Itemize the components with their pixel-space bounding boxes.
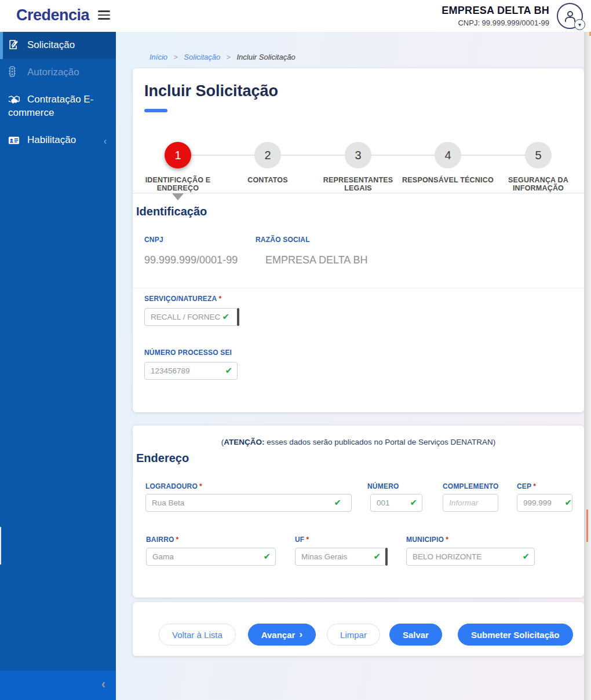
bairro-label: BAIRRO* — [146, 536, 178, 544]
avancar-button[interactable]: Avançar › — [248, 624, 316, 646]
limpar-button[interactable]: Limpar — [327, 624, 380, 646]
salvar-button[interactable]: Salvar — [389, 624, 442, 646]
processo-sei-field: ✔ — [144, 362, 238, 380]
select-scrollbar[interactable] — [237, 308, 239, 326]
razao-social-field: RAZÃO SOCIAL EMPRESA DELTA BH — [256, 236, 367, 266]
uf-select: ✔ — [295, 548, 386, 566]
step-2-label: CONTATOS — [221, 176, 314, 184]
required-asterisk: * — [199, 482, 202, 490]
sidebar-nav: Solicitação Autorização Contratação E-co… — [0, 32, 116, 670]
page-title: Incluir Solicitação — [144, 82, 278, 100]
uf-input[interactable] — [295, 548, 386, 566]
required-asterisk: * — [218, 295, 221, 303]
breadcrumb-separator: > — [227, 53, 231, 61]
chevron-right-icon: › — [299, 629, 302, 640]
sidebar-item-habilitacao[interactable]: Habilitação ‹ — [0, 127, 116, 154]
razao-social-label: RAZÃO SOCIAL — [256, 236, 367, 244]
voltar-lista-button[interactable]: Voltar à Lista — [159, 624, 236, 646]
sidebar-scrollbar-thumb[interactable] — [0, 527, 1, 565]
cep-label: CEP* — [517, 482, 536, 490]
request-pen-icon — [8, 39, 21, 50]
active-step-arrow — [172, 193, 184, 200]
address-heading: Endereço — [136, 452, 189, 465]
request-form-card: Incluir Solicitação 1 2 3 4 5 IDENTIFICA… — [133, 68, 584, 412]
page-scrollbar-track[interactable] — [584, 32, 591, 700]
hamburger-menu-icon[interactable] — [98, 10, 110, 20]
complemento-input[interactable] — [443, 494, 498, 512]
user-menu[interactable]: ▾ — [557, 3, 583, 29]
submeter-solicitacao-button[interactable]: Submeter Solicitação — [458, 624, 573, 646]
uf-label: UF* — [295, 536, 309, 544]
breadcrumb-current: Incluir Solicitação — [236, 53, 295, 61]
address-card: (ATENÇÃO: esses dados serão publicados n… — [133, 426, 584, 598]
servico-natureza-input[interactable] — [144, 308, 238, 326]
breadcrumb-separator: > — [174, 53, 178, 61]
cep-field: ✔ — [517, 494, 572, 512]
section-divider — [133, 288, 584, 288]
attention-bold: ATENÇÃO: — [224, 438, 264, 446]
chevron-left-icon[interactable]: ‹ — [104, 135, 107, 148]
scrollbar-orange-thumb[interactable] — [586, 510, 588, 542]
sidebar-item-label: Habilitação — [27, 134, 76, 145]
step-4-circle[interactable]: 4 — [435, 142, 461, 168]
breadcrumb-inicio[interactable]: Início — [149, 53, 167, 61]
select-scrollbar[interactable] — [385, 548, 388, 566]
complemento-label: COMPLEMENTO — [443, 482, 499, 490]
cep-input[interactable] — [517, 494, 572, 512]
required-asterisk: * — [306, 536, 309, 544]
company-info: EMPRESA DELTA BH CNPJ: 99.999.999/0001-9… — [442, 5, 549, 27]
sidebar-item-solicitacao[interactable]: Solicitação — [0, 32, 116, 59]
bairro-field: ✔ — [146, 548, 276, 566]
numero-input[interactable] — [370, 494, 422, 512]
bairro-input[interactable] — [146, 548, 276, 566]
company-name: EMPRESA DELTA BH — [442, 5, 549, 17]
collapse-chevron-icon[interactable]: ‹ — [101, 677, 105, 692]
complemento-field — [443, 494, 498, 512]
step-1-label: IDENTIFICAÇÃO E ENDEREÇO — [132, 176, 224, 193]
app-root: Credencia EMPRESA DELTA BH CNPJ: 99.999.… — [0, 0, 591, 700]
breadcrumb-solicitacao[interactable]: Solicitação — [184, 53, 220, 61]
razao-social-value: EMPRESA DELTA BH — [256, 254, 367, 266]
servico-natureza-label: SERVIÇO/NATUREZA* — [144, 295, 221, 303]
caret-down-icon[interactable]: ▾ — [574, 19, 585, 30]
municipio-label: MUNICIPIO* — [406, 536, 448, 544]
step-1-circle[interactable]: 1 — [165, 142, 191, 168]
identification-heading: Identificação — [136, 205, 207, 218]
logradouro-field: ✔ — [145, 494, 352, 512]
sidebar-item-autorizacao[interactable]: Autorização — [0, 59, 116, 86]
company-cnpj: CNPJ: 99.999.999/0001-99 — [442, 19, 549, 27]
sidebar-item-label: Contratação E-commerce — [8, 94, 93, 118]
sidebar-item-label: Solicitação — [27, 39, 75, 50]
sidebar-item-contratacao-ecommerce[interactable]: Contratação E-commerce — [0, 86, 116, 127]
cnpj-label: CNPJ — [144, 236, 238, 244]
logradouro-input[interactable] — [145, 494, 352, 512]
municipio-field: ✔ — [406, 548, 535, 566]
logradouro-label: LOGRADOURO* — [145, 482, 202, 490]
sidebar-item-label: Autorização — [27, 67, 79, 78]
required-asterisk: * — [533, 482, 536, 490]
processo-sei-label: NÚMERO PROCESSO SEI — [144, 349, 232, 357]
top-header: Credencia EMPRESA DELTA BH CNPJ: 99.999.… — [0, 0, 591, 32]
actions-card: Voltar à Lista Avançar › Limpar Salvar S… — [133, 602, 584, 656]
panel-divider — [133, 193, 584, 193]
required-asterisk: * — [176, 536, 179, 544]
breadcrumb: Início > Solicitação > Incluir Solicitaç… — [149, 53, 296, 61]
numero-field: ✔ — [370, 494, 422, 512]
attention-note: (ATENÇÃO: esses dados serão publicados n… — [133, 438, 584, 446]
sidebar-collapse-bar[interactable]: ‹ — [0, 670, 116, 700]
handshake-icon — [8, 96, 21, 104]
servico-natureza-select: ✔ — [144, 308, 238, 326]
step-2-circle[interactable]: 2 — [254, 142, 281, 168]
action-buttons: Voltar à Lista Avançar › Limpar Salvar S… — [159, 624, 573, 646]
step-5-circle[interactable]: 5 — [525, 142, 552, 168]
municipio-input[interactable] — [406, 548, 535, 566]
main-content: Início > Solicitação > Incluir Solicitaç… — [116, 32, 591, 700]
processo-sei-input[interactable] — [144, 362, 238, 380]
numero-label: NÚMERO — [367, 482, 399, 490]
app-logo[interactable]: Credencia — [16, 6, 89, 24]
cnpj-value: 99.999.999/0001-99 — [144, 254, 238, 266]
traffic-light-icon — [8, 66, 21, 77]
title-underline — [144, 109, 167, 112]
id-card-icon — [8, 136, 21, 145]
step-3-circle[interactable]: 3 — [345, 142, 371, 168]
